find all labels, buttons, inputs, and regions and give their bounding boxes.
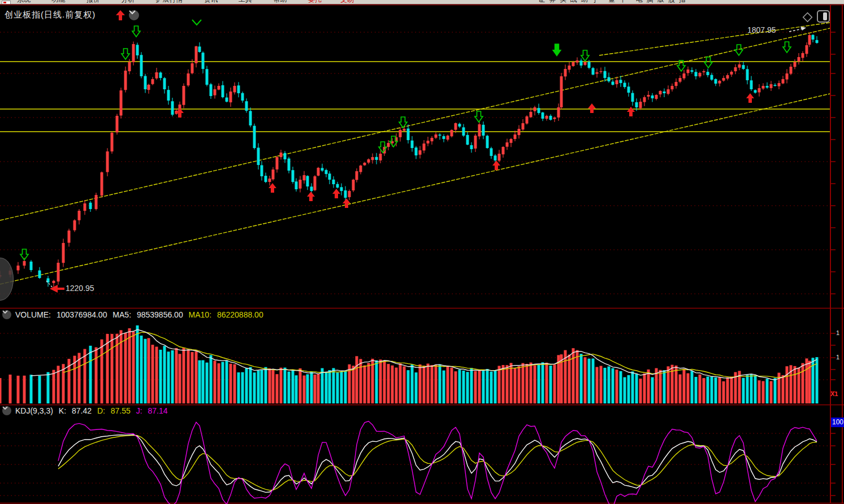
sell-signal-arrow (122, 49, 129, 59)
gridlines (0, 32, 830, 496)
candles-layer[interactable] (0, 33, 819, 288)
split-window-icon[interactable] (816, 10, 831, 23)
kdj-j-label: J: (136, 406, 142, 415)
chart-title: 创业板指(日线.前复权) (5, 10, 96, 20)
sell-signal-arrow (677, 60, 685, 71)
trading-app-window: { "menu_bar": { "items": ["系统","功能","报价"… (0, 0, 844, 504)
buy-signal-arrow (307, 192, 315, 201)
volume-collapse-chevron-icon[interactable] (2, 310, 11, 319)
sell-signal-arrow (581, 50, 589, 61)
kdj-d-label: D: (97, 406, 105, 415)
kdj-collapse-chevron-icon[interactable] (2, 406, 11, 415)
buy-signal-arrow (332, 189, 340, 198)
buy-signal-arrow (746, 93, 754, 103)
volume-axis-label-fragment: 1 (836, 329, 839, 336)
sell-signal-arrow (475, 111, 483, 122)
sell-chevron-marker (192, 20, 201, 25)
kdj-d-value: 87.55 (111, 406, 131, 415)
sell-signal-arrow (399, 117, 407, 128)
buy-signal-arrow (588, 103, 596, 113)
sell-signal-arrow (132, 26, 140, 37)
volume-unit-label: X1 (830, 390, 838, 397)
sell-signal-arrow (783, 42, 791, 53)
volume-label: VOLUME: (15, 310, 51, 319)
volume-ma5-label: MA5: (112, 310, 131, 319)
title-collapse-chevron-icon[interactable] (129, 10, 139, 20)
kdj-panel-header: KDJ(9,3,3) K: 87.42 D: 87.55 J: 87.14 (2, 406, 171, 415)
volume-panel-header: VOLUME: 100376984.00 MA5: 98539856.00 MA… (2, 310, 267, 319)
sell-signal-arrow (704, 57, 712, 68)
kdj-j-value: 87.14 (148, 406, 167, 415)
price-up-arrow-icon (115, 10, 125, 21)
volume-value: 100376984.00 (57, 310, 107, 319)
volume-axis-label-fragment: 1 (836, 354, 839, 360)
volume-ma10-value: 86220888.00 (217, 310, 263, 319)
low-price-annotation: 1220.95 (66, 284, 94, 293)
kdj-k-label: K: (59, 406, 66, 415)
volume-ma5-value: 98539856.00 (137, 310, 183, 319)
kdj-scale-top-label: 100 (831, 418, 844, 427)
diamond-tool-icon[interactable] (800, 10, 814, 24)
volume-ma10-label: MA10: (189, 310, 211, 319)
kdj-k-value: 87.42 (72, 406, 92, 415)
sell-signal-arrow (735, 45, 743, 55)
annotation-arrows (46, 27, 806, 293)
buy-signal-arrow (627, 107, 635, 116)
high-price-annotation: 1807.95 (747, 25, 776, 34)
signal-markers-layer (20, 20, 791, 260)
volume-bars-layer[interactable] (0, 325, 819, 403)
kdj-label: KDJ(9,3,3) (15, 406, 53, 415)
chart-canvas[interactable] (0, 0, 844, 504)
price-axis (830, 5, 842, 503)
sell-signal-arrow-solid (552, 44, 562, 57)
